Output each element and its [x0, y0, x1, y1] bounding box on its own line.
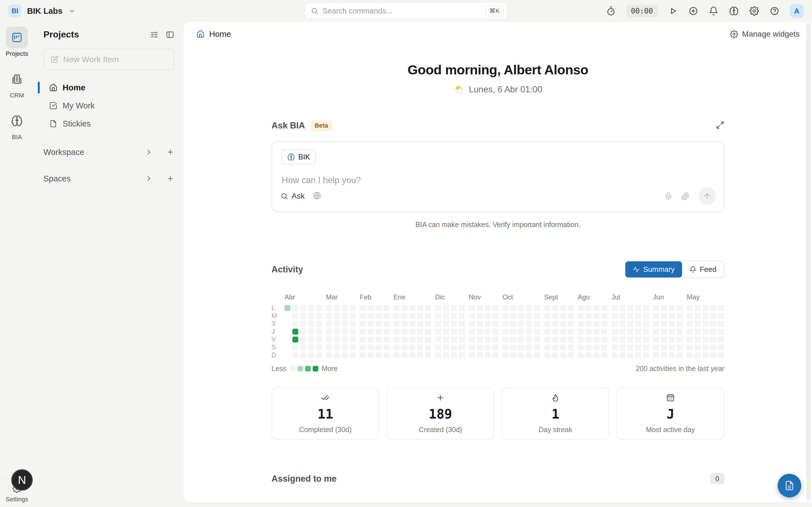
heatmap-cell[interactable] — [544, 344, 550, 350]
sidebar-section-spaces[interactable]: Spaces — [43, 172, 174, 186]
heatmap-cell[interactable] — [695, 337, 701, 342]
heatmap-cell[interactable] — [619, 321, 625, 327]
heatmap-cell[interactable] — [334, 352, 340, 358]
new-work-item[interactable] — [43, 49, 174, 70]
heatmap-cell[interactable] — [308, 305, 314, 311]
heatmap-cell[interactable] — [394, 313, 400, 319]
heatmap-cell[interactable] — [469, 337, 475, 342]
heatmap-cell[interactable] — [384, 337, 389, 342]
heatmap-cell[interactable] — [384, 344, 389, 350]
heatmap-cell[interactable] — [552, 305, 558, 311]
heatmap-cell[interactable] — [316, 352, 322, 358]
heatmap-cell[interactable] — [568, 344, 574, 350]
sidebar-section-workspace[interactable]: Workspace — [43, 145, 174, 159]
heatmap-cell[interactable] — [653, 321, 659, 327]
heatmap-cell[interactable] — [534, 305, 540, 311]
heatmap-cell[interactable] — [653, 344, 659, 350]
heatmap-cell[interactable] — [316, 321, 322, 327]
heatmap-cell[interactable] — [627, 305, 633, 311]
heatmap-cell[interactable] — [493, 337, 499, 342]
heatmap-cell[interactable] — [703, 352, 709, 358]
heatmap-cell[interactable] — [451, 352, 457, 358]
heatmap-cell[interactable] — [409, 352, 415, 358]
heatmap-cell[interactable] — [417, 352, 423, 358]
heatmap-cell[interactable] — [653, 337, 659, 342]
heatmap-cell[interactable] — [669, 344, 675, 350]
heatmap-cell[interactable] — [334, 313, 340, 319]
heatmap-cell[interactable] — [619, 352, 625, 358]
heatmap-cell[interactable] — [360, 344, 366, 350]
heatmap-cell[interactable] — [718, 329, 724, 335]
heatmap-cell[interactable] — [326, 321, 332, 327]
heatmap-cell[interactable] — [669, 321, 675, 327]
heatmap-cell[interactable] — [394, 321, 400, 327]
heatmap-cell[interactable] — [425, 352, 431, 358]
heatmap-cell[interactable] — [368, 329, 373, 335]
heatmap-cell[interactable] — [368, 352, 373, 358]
panel-toggle-icon[interactable] — [166, 31, 174, 39]
heatmap-cell[interactable] — [669, 313, 675, 319]
heatmap-cell[interactable] — [360, 313, 366, 319]
expand-icon[interactable] — [716, 121, 724, 130]
heatmap-cell[interactable] — [661, 321, 667, 327]
heatmap-cell[interactable] — [643, 329, 649, 335]
heatmap-cell[interactable] — [502, 344, 508, 350]
heatmap-cell[interactable] — [711, 313, 716, 319]
heatmap-cell[interactable] — [402, 352, 407, 358]
heatmap-cell[interactable] — [308, 352, 314, 358]
heatmap-cell[interactable] — [493, 321, 499, 327]
heatmap-cell[interactable] — [619, 337, 625, 342]
heatmap-cell[interactable] — [653, 305, 659, 311]
heatmap-cell[interactable] — [601, 352, 607, 358]
heatmap-cell[interactable] — [534, 329, 540, 335]
heatmap-cell[interactable] — [711, 321, 716, 327]
heatmap-cell[interactable] — [300, 337, 306, 342]
heatmap-cell[interactable] — [635, 352, 641, 358]
ask-input-placeholder[interactable]: How can I help you? — [282, 175, 714, 185]
heatmap-cell[interactable] — [661, 352, 667, 358]
heatmap-cell[interactable] — [375, 329, 382, 335]
heatmap-cell[interactable] — [485, 329, 491, 335]
heatmap-cell[interactable] — [350, 305, 356, 311]
heatmap-cell[interactable] — [526, 329, 532, 335]
heatmap-cell[interactable] — [451, 321, 457, 327]
heatmap-cell[interactable] — [703, 337, 709, 342]
rail-item-projects[interactable]: Projects — [6, 26, 28, 57]
heatmap-cell[interactable] — [534, 313, 540, 319]
heatmap-cell[interactable] — [568, 352, 574, 358]
heatmap-cell[interactable] — [687, 313, 693, 319]
heatmap-cell[interactable] — [459, 352, 465, 358]
heatmap-cell[interactable] — [292, 352, 298, 358]
heatmap-cell[interactable] — [594, 337, 599, 342]
heatmap-cell[interactable] — [635, 337, 641, 342]
heatmap-cell[interactable] — [560, 313, 566, 319]
heatmap-cell[interactable] — [485, 337, 491, 342]
help-icon[interactable] — [770, 6, 779, 16]
heatmap-cell[interactable] — [586, 305, 592, 311]
heatmap-cell[interactable] — [368, 344, 373, 350]
heatmap-cell[interactable] — [718, 344, 724, 350]
heatmap-cell[interactable] — [510, 344, 516, 350]
workspace-logo[interactable]: BI — [8, 4, 21, 17]
heatmap-cell[interactable] — [586, 321, 592, 327]
heatmap-cell[interactable] — [669, 329, 675, 335]
heatmap-cell[interactable] — [568, 329, 574, 335]
heatmap-cell[interactable] — [360, 352, 366, 358]
heatmap-cell[interactable] — [612, 337, 617, 342]
heatmap-cell[interactable] — [703, 344, 709, 350]
heatmap-cell[interactable] — [316, 305, 322, 311]
brain-icon[interactable] — [729, 6, 739, 16]
heatmap-cell[interactable] — [635, 313, 641, 319]
heatmap-cell[interactable] — [417, 305, 423, 311]
heatmap-cell[interactable] — [594, 352, 599, 358]
heatmap-cell[interactable] — [350, 352, 356, 358]
heatmap-cell[interactable] — [493, 305, 499, 311]
heatmap-cell[interactable] — [643, 337, 649, 342]
heatmap-cell[interactable] — [451, 305, 457, 311]
heatmap-cell[interactable] — [502, 313, 508, 319]
heatmap-cell[interactable] — [695, 352, 701, 358]
heatmap-cell[interactable] — [635, 329, 641, 335]
heatmap-cell[interactable] — [627, 337, 633, 342]
heatmap-cell[interactable] — [477, 313, 483, 319]
heatmap-cell[interactable] — [502, 305, 508, 311]
